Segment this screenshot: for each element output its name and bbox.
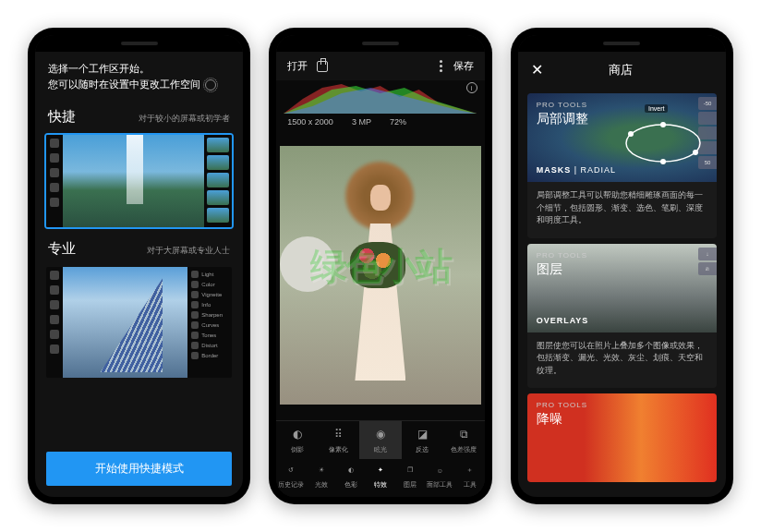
tool-face[interactable]: ☺面部工具 [425,463,454,490]
meta-zoom: 72% [390,117,406,127]
store-card-local-adjust[interactable]: PRO TOOLS 局部调整 MASKS | RADIAL -50 50 [527,93,717,238]
fx-pixelate[interactable]: ⠿像素化 [318,421,359,459]
svg-point-4 [660,159,666,164]
store-header: ✕ 商店 [518,52,726,88]
image-meta: 1500 x 2000 3 MP 72% [276,114,484,130]
more-icon[interactable] [440,60,442,72]
tool-color[interactable]: ◐色彩 [336,463,366,490]
card-description: 图层使您可以在照片上叠加多个图像或效果，包括渐变、漏光、光效、灰尘、划痕、天空和… [527,332,717,389]
fx-reflection[interactable]: ◐倒影 [276,421,318,459]
open-button[interactable]: 打开 [287,59,308,73]
notch-bar [276,35,484,52]
svg-point-0 [626,125,700,162]
fx-glare[interactable]: ◉眩光 [359,421,401,459]
svg-point-1 [628,131,634,137]
pro-title: 专业 [48,240,76,258]
fx-chromatic[interactable]: ⧉色差强度 [443,421,485,459]
workspace-header: 选择一个工作区开始。 您可以随时在设置中更改工作空间 [35,52,243,101]
phone-store: ✕ 商店 PRO TOOLS 局部调整 MASKS | RADIAL -50 5… [511,28,733,504]
phone-editor: 打开 保存 i 1500 x 2000 3 MP 72% [269,28,491,504]
card-description: 局部调整工具可以帮助您精细雕琢画面的每一个细节，包括圆形、渐变、选色、笔刷、深度… [527,182,717,238]
masks-label: MASKS | RADIAL [537,165,616,175]
meta-dimensions: 1500 x 2000 [287,117,333,127]
quick-title: 快捷 [48,108,76,126]
svg-point-3 [660,122,666,127]
histogram[interactable]: i [276,80,484,114]
pro-workspace-card[interactable]: Light Color Vignette Info Sharpen Curves… [44,265,234,380]
close-icon[interactable]: ✕ [531,61,543,79]
card-hero: PRO TOOLS 局部调整 MASKS | RADIAL -50 50 [527,93,717,182]
radial-mask-overlay [622,120,705,166]
side-chips: ↓ ⎚ [698,248,717,275]
effects-row: ◐倒影 ⠿像素化 ◉眩光 ◪反选 ⧉色差强度 [276,420,484,459]
settings-icon[interactable] [205,79,216,91]
quick-preview-image [63,135,204,227]
quick-left-tools [46,135,63,227]
start-quick-button[interactable]: 开始使用快捷模式 [46,452,232,486]
quick-right-thumbs [204,135,232,227]
svg-point-2 [693,150,698,155]
tool-layers[interactable]: ❐图层 [395,463,425,490]
tool-history[interactable]: ↺历史记录 [276,463,306,490]
invert-annotation: Invert [645,104,669,113]
notch-bar [518,35,726,52]
fx-invert[interactable]: ◪反选 [402,421,443,459]
phone-workspace: 选择一个工作区开始。 您可以随时在设置中更改工作空间 快捷 对于较小的屏幕或初学… [28,28,250,504]
editor-canvas[interactable] [276,130,484,420]
editor-topbar: 打开 保存 [276,52,484,80]
meta-megapixels: 3 MP [352,117,371,127]
photo-preview [280,146,480,405]
card-hero: PRO TOOLS 图层 OVERLAYS ↓ ⎚ [527,244,717,332]
store-card-denoise[interactable]: PRO TOOLS 降噪 [527,393,717,482]
header-line1: 选择一个工作区开始。 [48,61,230,77]
overlays-label: OVERLAYS [537,316,589,325]
store-scroll[interactable]: PRO TOOLS 局部调整 MASKS | RADIAL -50 50 [518,88,726,497]
pro-subtitle: 对于大屏幕或专业人士 [147,245,230,257]
quick-subtitle: 对于较小的屏幕或初学者 [139,113,230,125]
card-hero: PRO TOOLS 降噪 [527,393,717,482]
bottom-toolbar: ↺历史记录 ☀光效 ◐色彩 ✦特效 ❐图层 ☺面部工具 ＋工具 [276,459,484,497]
header-line2: 您可以随时在设置中更改工作空间 [48,77,230,92]
notch-bar [35,35,243,52]
quick-workspace-card[interactable] [44,133,234,229]
pro-preview-image [63,267,187,378]
pro-right-tools: Light Color Vignette Info Sharpen Curves… [187,267,232,378]
quick-section-header: 快捷 对于较小的屏幕或初学者 [35,101,243,129]
pro-left-tools [46,267,63,378]
tool-effects[interactable]: ✦特效 [366,463,395,490]
save-button[interactable]: 保存 [453,59,474,73]
tool-light[interactable]: ☀光效 [307,463,336,490]
store-title: 商店 [543,62,698,79]
tool-tools[interactable]: ＋工具 [454,463,484,490]
info-icon[interactable]: i [466,82,477,93]
pro-section-header: 专业 对于大屏幕或专业人士 [35,233,243,261]
export-icon[interactable] [317,61,328,72]
store-card-layers[interactable]: PRO TOOLS 图层 OVERLAYS ↓ ⎚ 图层使您可以在照片上叠加多个… [527,244,717,389]
